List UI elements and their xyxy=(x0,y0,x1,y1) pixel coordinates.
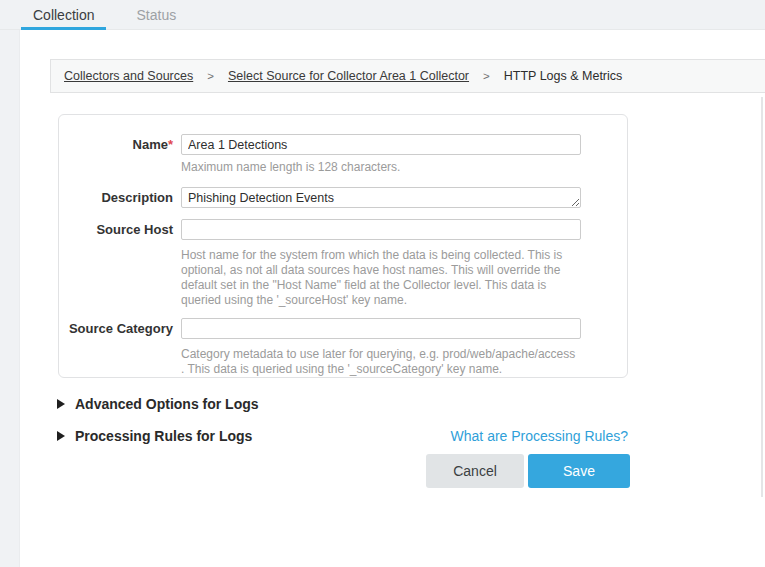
processing-rules-toggle[interactable]: Processing Rules for Logs xyxy=(57,428,252,444)
name-input[interactable] xyxy=(181,134,581,155)
source-category-field-row: Source Category Category metadata to use… xyxy=(59,318,627,377)
panel-right-border xyxy=(761,97,763,497)
tab-collection-label: Collection xyxy=(33,7,94,23)
advanced-options-toggle[interactable]: Advanced Options for Logs xyxy=(57,396,259,412)
source-config-card: Name* Maximum name length is 128 charact… xyxy=(58,114,628,378)
source-category-help-text: Category metadata to use later for query… xyxy=(181,347,581,377)
breadcrumb-current-page: HTTP Logs & Metrics xyxy=(504,69,623,83)
processing-rules-label: Processing Rules for Logs xyxy=(75,428,252,444)
collapsed-triangle-icon xyxy=(57,431,65,441)
tab-collection[interactable]: Collection xyxy=(21,0,106,29)
source-host-label: Source Host xyxy=(59,219,173,308)
left-gutter xyxy=(0,30,20,567)
cancel-button[interactable]: Cancel xyxy=(426,454,524,488)
source-category-label: Source Category xyxy=(59,318,173,377)
breadcrumb-link-collectors-and-sources[interactable]: Collectors and Sources xyxy=(64,69,193,83)
save-button[interactable]: Save xyxy=(528,454,630,488)
required-asterisk: * xyxy=(168,137,173,152)
breadcrumb: Collectors and Sources > Select Source f… xyxy=(50,59,765,93)
description-field-row: Description Phishing Detection Events xyxy=(59,187,627,208)
collapsed-triangle-icon xyxy=(57,399,65,409)
name-help-text: Maximum name length is 128 characters. xyxy=(181,160,581,175)
source-category-input[interactable] xyxy=(181,318,581,339)
advanced-options-label: Advanced Options for Logs xyxy=(75,396,259,412)
processing-rules-help-link[interactable]: What are Processing Rules? xyxy=(451,428,628,444)
breadcrumb-separator: > xyxy=(207,70,214,82)
description-input[interactable]: Phishing Detection Events xyxy=(181,187,581,208)
active-tab-indicator xyxy=(21,27,106,30)
content-panel: Collectors and Sources > Select Source f… xyxy=(20,30,765,567)
name-field-row: Name* Maximum name length is 128 charact… xyxy=(59,134,627,175)
breadcrumb-link-select-source[interactable]: Select Source for Collector Area 1 Colle… xyxy=(228,69,469,83)
form-actions: Cancel Save xyxy=(426,454,630,488)
source-host-field-row: Source Host Host name for the system fro… xyxy=(59,219,627,308)
source-host-help-text: Host name for the system from which the … xyxy=(181,248,581,308)
description-label: Description xyxy=(59,187,173,208)
tab-bar: Collection Status xyxy=(0,0,765,30)
name-label: Name* xyxy=(59,134,173,175)
source-host-input[interactable] xyxy=(181,219,581,240)
tab-status-label: Status xyxy=(136,7,176,23)
tab-status[interactable]: Status xyxy=(124,0,188,29)
breadcrumb-separator: > xyxy=(483,70,490,82)
